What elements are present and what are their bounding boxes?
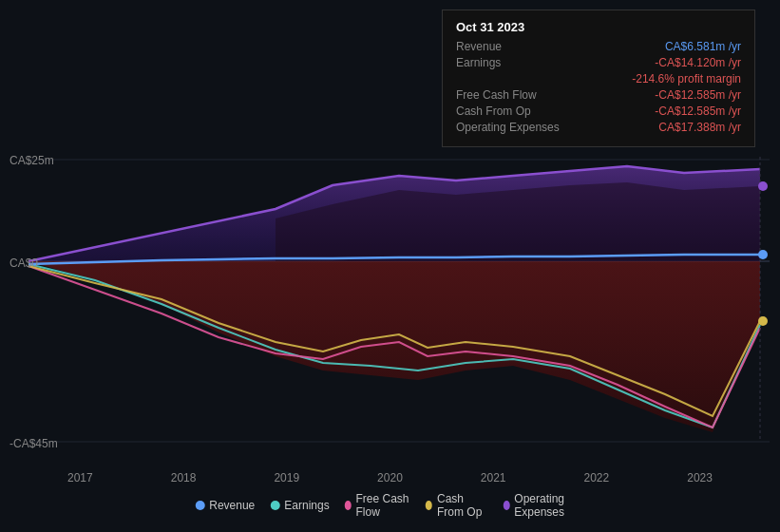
y-label-bot: -CA$45m <box>10 437 58 450</box>
tooltip-label-revenue: Revenue <box>456 40 570 53</box>
legend-fcf[interactable]: Free Cash Flow <box>345 492 411 519</box>
legend-opex[interactable]: Operating Expenses <box>503 492 584 519</box>
tooltip-row-revenue: Revenue CA$6.581m /yr <box>456 40 741 53</box>
legend-cashop[interactable]: Cash From Op <box>426 492 487 519</box>
tooltip: Oct 31 2023 Revenue CA$6.581m /yr Earnin… <box>442 10 755 147</box>
tooltip-row-earnings: Earnings -CA$14.120m /yr <box>456 56 741 69</box>
x-label-2023: 2023 <box>687 471 713 484</box>
x-label-2019: 2019 <box>274 471 299 484</box>
tooltip-value-fcf: -CA$12.585m /yr <box>655 88 741 102</box>
x-label-2022: 2022 <box>584 471 610 484</box>
tooltip-row-cashop: Cash From Op -CA$12.585m /yr <box>456 104 741 118</box>
tooltip-title: Oct 31 2023 <box>456 20 741 34</box>
legend-dot-revenue <box>195 501 204 510</box>
legend-label-revenue: Revenue <box>209 499 255 512</box>
tooltip-value-earnings: -CA$14.120m /yr <box>655 56 741 69</box>
tooltip-value-opex: CA$17.388m /yr <box>658 121 741 134</box>
tooltip-row-opex: Operating Expenses CA$17.388m /yr <box>456 121 741 134</box>
tooltip-label-opex: Operating Expenses <box>456 121 570 134</box>
x-label-2020: 2020 <box>377 471 403 484</box>
tooltip-label-earnings: Earnings <box>456 56 570 69</box>
y-label-top: CA$25m <box>10 154 54 167</box>
legend-label-fcf: Free Cash Flow <box>355 492 410 519</box>
svg-point-7 <box>758 316 768 326</box>
x-label-2018: 2018 <box>171 471 197 484</box>
legend-dot-cashop <box>426 501 432 510</box>
chart-container: CA$25m CA$0 -CA$45m 2017 2018 2019 2020 … <box>0 0 780 532</box>
legend-revenue[interactable]: Revenue <box>195 499 255 512</box>
legend: Revenue Earnings Free Cash Flow Cash Fro… <box>195 492 585 519</box>
x-label-2017: 2017 <box>67 471 93 484</box>
legend-dot-earnings <box>270 501 279 510</box>
tooltip-label-fcf: Free Cash Flow <box>456 88 570 102</box>
tooltip-value-revenue: CA$6.581m /yr <box>665 40 741 53</box>
tooltip-label-margin <box>456 72 570 86</box>
legend-label-opex: Operating Expenses <box>514 492 584 519</box>
x-axis: 2017 2018 2019 2020 2021 2022 2023 <box>0 471 780 484</box>
tooltip-value-margin: -214.6% profit margin <box>632 72 741 86</box>
y-label-mid: CA$0 <box>10 256 38 270</box>
legend-label-earnings: Earnings <box>284 499 329 512</box>
tooltip-value-cashop: -CA$12.585m /yr <box>655 104 741 118</box>
svg-point-5 <box>758 181 768 191</box>
x-label-2021: 2021 <box>481 471 506 484</box>
svg-point-6 <box>758 250 768 259</box>
tooltip-label-cashop: Cash From Op <box>456 104 570 118</box>
legend-earnings[interactable]: Earnings <box>270 499 329 512</box>
legend-dot-opex <box>503 501 509 510</box>
legend-label-cashop: Cash From Op <box>437 492 488 519</box>
tooltip-row-margin: -214.6% profit margin <box>456 72 741 86</box>
tooltip-row-fcf: Free Cash Flow -CA$12.585m /yr <box>456 88 741 102</box>
legend-dot-fcf <box>345 501 352 510</box>
